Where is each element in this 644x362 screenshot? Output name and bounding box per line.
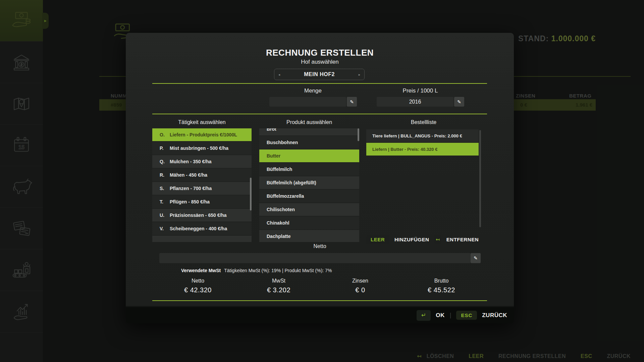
summary-mwst-value: € 3.202	[245, 286, 312, 294]
zurueck-button[interactable]: ZURÜCK	[482, 312, 507, 319]
hinzufuegen-button[interactable]: HINZUFÜGEN	[394, 237, 429, 242]
menge-input[interactable]	[269, 97, 346, 107]
mwst-info: Verwendete MwSt Tätigkeiten MwSt (%): 19…	[181, 268, 332, 273]
list-item[interactable]: P.Mist ausbringen - 500 €/ha	[152, 142, 252, 155]
list-item[interactable]: S.Pflanzen - 700 €/ha	[152, 182, 252, 195]
list-item[interactable]: V.Scheibeneggen - 400 €/ha	[152, 222, 252, 235]
bestellliste-header: Bestellliste	[366, 119, 481, 125]
produkt-scrollbar[interactable]	[358, 128, 359, 141]
taetigkeit-scrollbar[interactable]	[250, 178, 252, 210]
list-item[interactable]: Buschbohnen	[259, 136, 359, 149]
list-item[interactable]: O.Liefern - Produktpreis €/1000L	[152, 128, 252, 141]
ok-button[interactable]: OK	[436, 312, 445, 319]
farm-select-label: Hof auswählen	[126, 59, 514, 65]
farm-selector[interactable]: ◂ MEIN HOF2 ▸	[274, 69, 365, 80]
preis-label: Preis / 1000 L	[377, 87, 464, 94]
dialog-title: RECHNUNG ERSTELLEN	[126, 48, 514, 58]
order-list-item[interactable]: Tiere liefern | BULL_ANGUS - Preis: 2.00…	[366, 129, 479, 142]
summary-mwst-label: MwSt	[245, 278, 312, 284]
order-list-item[interactable]: Liefern | Butter - Preis: 40.320 €	[366, 143, 479, 156]
list-item[interactable]: Dachplatte	[259, 230, 359, 242]
mwst-info-title: Verwendete MwSt	[181, 268, 221, 273]
list-item[interactable]: R.Mähen - 450 €/ha	[152, 169, 252, 181]
netto-label: Netto	[126, 243, 514, 249]
create-invoice-dialog: RECHNUNG ERSTELLEN Hof auswählen ◂ MEIN …	[126, 33, 514, 323]
list-item[interactable]: Q.Mulchen - 350 €/ha	[152, 155, 252, 168]
list-item[interactable]: Büffelmozzarella	[259, 190, 359, 202]
preis-edit-button[interactable]: ✎	[454, 97, 464, 107]
menge-edit-button[interactable]: ✎	[347, 97, 357, 107]
prev-arrow-icon[interactable]: ◂	[278, 73, 280, 76]
list-item-partial[interactable]	[152, 236, 252, 242]
list-item[interactable]: Butter	[259, 149, 359, 162]
summary-zinsen-value: € 0	[327, 286, 394, 294]
dialog-footer: ↵ OK | ESC ZURÜCK	[126, 307, 514, 323]
backspace-key-icon: ↤	[436, 237, 440, 242]
list-item[interactable]: U.Präzisionssäen - 650 €/ha	[152, 209, 252, 222]
pencil-icon: ✎	[474, 255, 478, 261]
pencil-icon: ✎	[457, 99, 461, 105]
divider	[152, 83, 487, 84]
list-item[interactable]: Brot	[259, 128, 359, 135]
farm-selector-value: MEIN HOF2	[304, 71, 335, 77]
summary-brutto-label: Brutto	[408, 278, 475, 284]
bestellliste-scrollbar[interactable]	[479, 130, 481, 227]
summary-zinsen-label: Zinsen	[327, 278, 394, 284]
taetigkeit-list-header: Tätigkeit auswählen	[152, 119, 252, 125]
esc-key-button[interactable]: ESC	[456, 311, 477, 320]
netto-edit-button[interactable]: ✎	[471, 253, 481, 263]
list-item[interactable]: Chinakohl	[259, 217, 359, 229]
summary-netto-value: € 42.320	[164, 286, 231, 294]
enter-key-icon: ↵	[421, 312, 426, 319]
list-item[interactable]: Chilischoten	[259, 203, 359, 216]
order-actions: LEER HINZUFÜGEN ↤ ENTFERNEN	[366, 234, 481, 244]
divider	[152, 114, 487, 114]
leer-button[interactable]: LEER	[366, 235, 389, 244]
menge-label: Menge	[269, 87, 357, 94]
produkt-list-header: Produkt auswählen	[259, 119, 359, 125]
entfernen-key-button[interactable]: ↤	[434, 235, 441, 244]
mwst-info-text: Tätigkeiten MwSt (%): 19% | Produkt MwSt…	[224, 268, 332, 273]
bestellliste: Tiere liefern | BULL_ANGUS - Preis: 2.00…	[366, 128, 481, 242]
footer-divider: |	[450, 312, 451, 319]
summary-brutto-value: € 45.522	[408, 286, 475, 294]
list-item[interactable]: T.Pflügen - 850 €/ha	[152, 195, 252, 208]
list-item[interactable]: Büffelmilch	[259, 163, 359, 176]
netto-input[interactable]	[159, 253, 471, 263]
list-item[interactable]: Büffelmilch (abgefüllt)	[259, 176, 359, 189]
pencil-icon: ✎	[350, 99, 354, 105]
summary-netto-label: Netto	[164, 278, 231, 284]
produkt-list: Brot Buschbohnen Butter Büffelmilch Büff…	[259, 128, 359, 242]
preis-input[interactable]: 2016	[377, 97, 453, 107]
divider	[152, 300, 487, 301]
next-arrow-icon[interactable]: ▸	[359, 73, 360, 76]
ok-key-button[interactable]: ↵	[417, 310, 431, 321]
entfernen-button[interactable]: ENTFERNEN	[446, 237, 479, 242]
taetigkeit-list: O.Liefern - Produktpreis €/1000L P.Mist …	[152, 128, 252, 242]
